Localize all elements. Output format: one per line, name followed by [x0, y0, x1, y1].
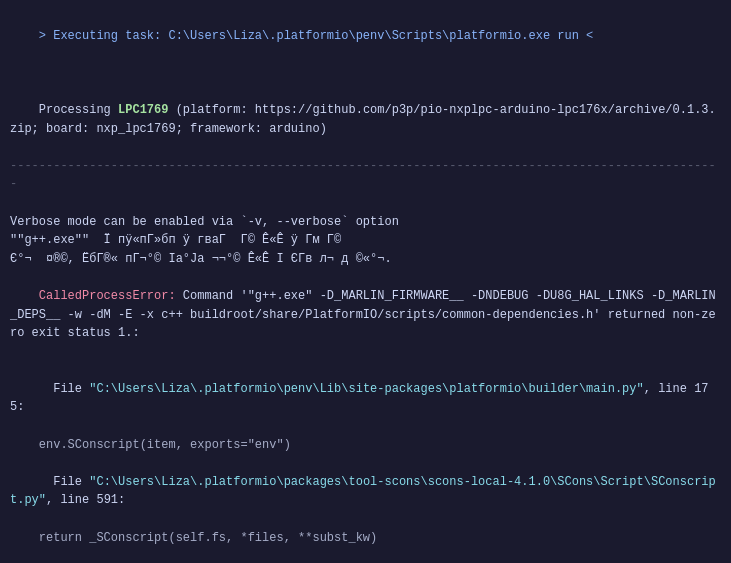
called-process-error-line: CalledProcessError: Command '"g++.exe" -… [10, 268, 721, 361]
verbose-mode-line: Verbose mode can be enabled via `-v, --v… [10, 213, 721, 232]
executing-task-line: > Executing task: C:\Users\Liza\.platfor… [10, 8, 721, 64]
file-path-1: "C:\Users\Liza\.platformio\penv\Lib\site… [89, 382, 644, 396]
code-return-sconscript: return _SConscript(self.fs, *files, **su… [10, 529, 721, 548]
code-sconscript: env.SConscript(item, exports="env") [10, 436, 721, 455]
terminal-output: > Executing task: C:\Users\Liza\.platfor… [0, 0, 731, 563]
blank-line-1 [10, 64, 721, 83]
garbled-line-2: Є°¬ ¤®©, ЁбГ®« пГ¬°© Іа°Јa ¬¬°© Ê«Ê І ЄГ… [10, 250, 721, 269]
error-label: CalledProcessError: [39, 289, 183, 303]
file-prefix-1: File [39, 382, 89, 396]
processing-word: Processing [39, 103, 118, 117]
processing-line: Processing LPC1769 (platform: https://gi… [10, 82, 721, 156]
file-line-sconscript-280: File "C:\Users\Liza\.platformio\packages… [10, 547, 721, 563]
file-linenum-2: , line 591: [46, 493, 125, 507]
file-line-main-py: File "C:\Users\Liza\.platformio\penv\Lib… [10, 361, 721, 435]
blank-line-2 [10, 194, 721, 213]
file-line-sconscript-591: File "C:\Users\Liza\.platformio\packages… [10, 454, 721, 528]
platform-id: LPC1769 [118, 103, 168, 117]
separator-line: ----------------------------------------… [10, 157, 721, 194]
prompt-symbol: > Executing task: C:\Users\Liza\.platfor… [39, 29, 594, 43]
file-prefix-2: File [39, 475, 89, 489]
garbled-line-1: ""g++.exe"" Ï пÿ«пГ»бп ÿ гваГ Г© Ê«Ê ÿ Г… [10, 231, 721, 250]
